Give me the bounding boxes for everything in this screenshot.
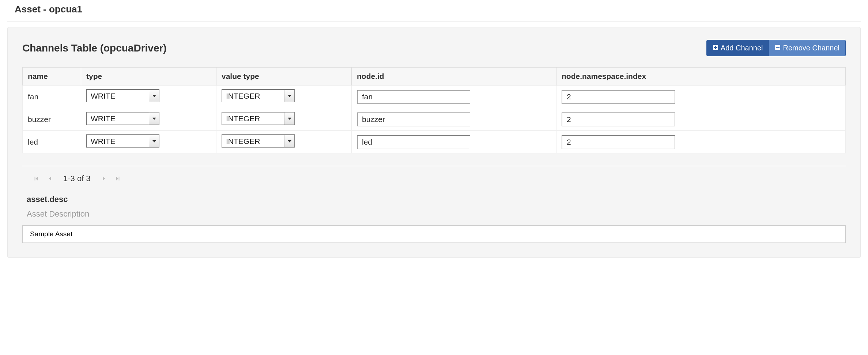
minus-icon <box>775 44 781 52</box>
type-select-value: WRITE <box>91 135 116 147</box>
pager-first-icon[interactable] <box>31 173 41 184</box>
value-type-select[interactable]: INTEGER <box>222 134 295 148</box>
chevron-down-icon <box>284 90 294 102</box>
table-row: led WRITE INTEGER <box>23 131 846 153</box>
panel-header: Channels Table (opcuaDriver) Add Channel… <box>22 40 846 56</box>
column-header-valuetype: value type <box>216 68 352 85</box>
type-select-value: WRITE <box>91 90 116 102</box>
column-header-name: name <box>23 68 81 85</box>
table-row: fan WRITE INTEGER <box>23 85 846 108</box>
remove-channel-label: Remove Channel <box>783 44 839 52</box>
channels-table: name type value type node.id node.namesp… <box>22 67 846 153</box>
pager: 1-3 of 3 <box>31 173 846 184</box>
divider <box>22 166 846 166</box>
pager-range: 1-3 of 3 <box>59 174 95 183</box>
channel-buttons: Add Channel Remove Channel <box>706 40 846 56</box>
value-type-select-value: INTEGER <box>226 112 260 125</box>
svg-rect-2 <box>714 47 717 48</box>
pager-prev-icon[interactable] <box>45 173 55 184</box>
plus-icon <box>713 44 718 52</box>
node-id-input[interactable] <box>357 135 470 149</box>
add-channel-label: Add Channel <box>721 44 763 52</box>
node-id-input[interactable] <box>357 112 470 126</box>
table-row: buzzer WRITE INTEGER <box>23 108 846 131</box>
type-select-value: WRITE <box>91 112 116 125</box>
page-title: Asset - opcua1 <box>0 0 868 22</box>
chevron-down-icon <box>149 112 159 125</box>
value-type-select[interactable]: INTEGER <box>222 112 295 125</box>
ns-index-input[interactable] <box>562 90 675 104</box>
value-type-select-value: INTEGER <box>226 90 260 102</box>
type-select[interactable]: WRITE <box>86 89 159 102</box>
cell-name: buzzer <box>23 108 81 131</box>
value-type-select[interactable]: INTEGER <box>222 89 295 102</box>
cell-name: led <box>23 131 81 153</box>
node-id-input[interactable] <box>357 90 470 104</box>
type-select[interactable]: WRITE <box>86 134 159 148</box>
chevron-down-icon <box>149 135 159 147</box>
add-channel-button[interactable]: Add Channel <box>706 40 769 56</box>
column-header-nodeid: node.id <box>352 68 556 85</box>
outer-panel: Channels Table (opcuaDriver) Add Channel… <box>7 22 861 258</box>
asset-desc-input[interactable] <box>22 225 846 243</box>
chevron-down-icon <box>149 90 159 102</box>
panel-title: Channels Table (opcuaDriver) <box>22 42 167 54</box>
remove-channel-button[interactable]: Remove Channel <box>769 40 846 56</box>
panel-body: Channels Table (opcuaDriver) Add Channel… <box>7 27 861 258</box>
ns-index-input[interactable] <box>562 112 675 126</box>
asset-desc-label: asset.desc <box>27 195 846 204</box>
pager-next-icon[interactable] <box>99 173 109 184</box>
asset-desc-help: Asset Description <box>27 209 846 219</box>
chevron-down-icon <box>284 135 294 147</box>
column-header-nsindex: node.namespace.index <box>556 68 846 85</box>
type-select[interactable]: WRITE <box>86 112 159 125</box>
svg-rect-4 <box>776 47 780 48</box>
pager-last-icon[interactable] <box>113 173 123 184</box>
column-header-type: type <box>81 68 216 85</box>
chevron-down-icon <box>284 112 294 125</box>
value-type-select-value: INTEGER <box>226 135 260 147</box>
ns-index-input[interactable] <box>562 135 675 149</box>
cell-name: fan <box>23 85 81 108</box>
